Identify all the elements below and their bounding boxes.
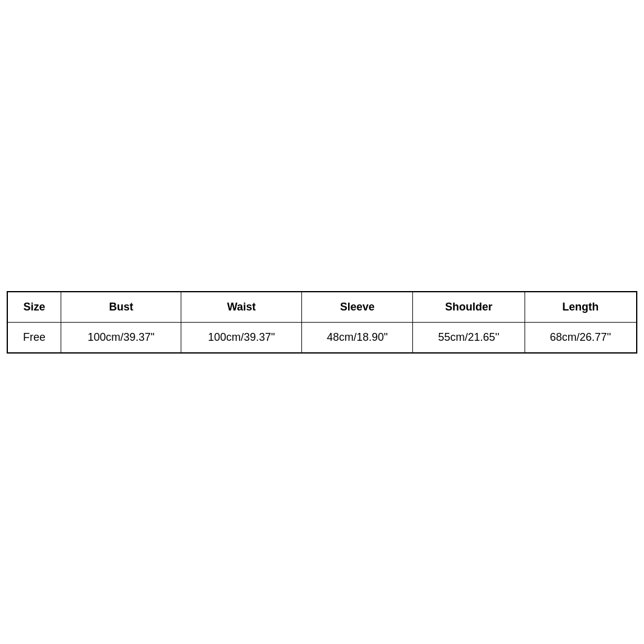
cell-shoulder: 55cm/21.65'' [413, 322, 525, 353]
cell-waist: 100cm/39.37" [181, 322, 302, 353]
header-waist: Waist [181, 292, 302, 323]
page-wrapper: Size Bust Waist Sleeve Shoulder Length F… [0, 0, 644, 644]
table-header-row: Size Bust Waist Sleeve Shoulder Length [7, 292, 637, 323]
header-length: Length [525, 292, 637, 323]
size-chart-table: Size Bust Waist Sleeve Shoulder Length F… [7, 291, 637, 354]
cell-sleeve: 48cm/18.90" [301, 322, 412, 353]
size-chart-container: Size Bust Waist Sleeve Shoulder Length F… [7, 291, 637, 354]
cell-size: Free [7, 322, 61, 353]
table-row: Free 100cm/39.37" 100cm/39.37" 48cm/18.9… [7, 322, 637, 353]
cell-bust: 100cm/39.37" [61, 322, 181, 353]
header-shoulder: Shoulder [413, 292, 525, 323]
header-sleeve: Sleeve [301, 292, 412, 323]
cell-length: 68cm/26.77'' [525, 322, 637, 353]
header-bust: Bust [61, 292, 181, 323]
header-size: Size [7, 292, 61, 323]
